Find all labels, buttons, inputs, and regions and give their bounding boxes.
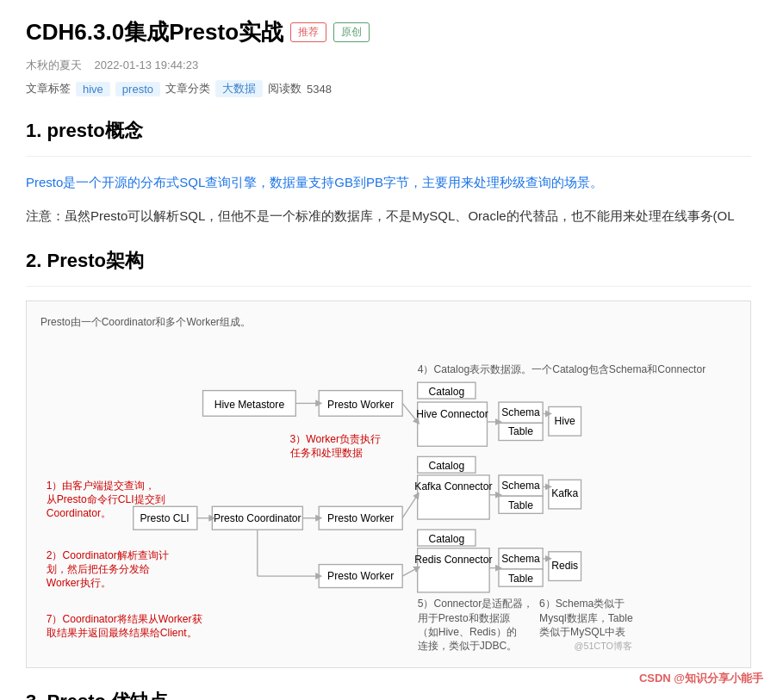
svg-text:Table: Table [508,425,533,437]
svg-text:Presto CLI: Presto CLI [140,512,189,524]
read-count: 5348 [307,83,332,96]
tag-presto[interactable]: presto [115,82,160,96]
svg-text:7）Coordinator将结果从Worker获: 7）Coordinator将结果从Worker获 [47,613,202,625]
title-row: CDH6.3.0集成Presto实战 推荐 原创 [26,17,751,47]
svg-text:2）Coordinator解析查询计: 2）Coordinator解析查询计 [47,549,169,561]
svg-text:Presto Coordinator: Presto Coordinator [214,512,301,524]
arch-caption: Presto由一个Coordinator和多个Worker组成。 [40,315,737,330]
svg-text:划，然后把任务分发给: 划，然后把任务分发给 [47,563,150,575]
svg-text:Hive Metastore: Hive Metastore [214,399,285,411]
svg-text:Schema: Schema [501,480,540,492]
svg-text:Schema: Schema [501,406,540,418]
arch-diagram: Presto由一个Coordinator和多个Worker组成。 1）由客户端提… [26,300,751,668]
meta-row: 木秋的夏天 2022-01-13 19:44:23 [26,58,751,73]
badge-original: 原创 [333,22,370,42]
paragraph1: Presto是一个开源的分布式SQL查询引擎，数据量支持GB到PB字节，主要用来… [26,170,751,194]
svg-text:Hive Connector: Hive Connector [416,408,488,420]
divider2 [26,286,751,287]
svg-text:用于Presto和数据源: 用于Presto和数据源 [418,612,510,624]
section3-title: 3. Presto 优缺点 [26,689,751,700]
section1-title: 1. presto概念 [26,118,751,144]
tag-label: 文章标签 [26,81,71,96]
svg-text:5）Connector是适配器，: 5）Connector是适配器， [418,598,534,610]
svg-text:连接，类似于JDBC。: 连接，类似于JDBC。 [418,640,518,652]
svg-text:3）Worker负责执行: 3）Worker负责执行 [290,433,382,445]
datetime: 2022-01-13 19:44:23 [94,59,198,71]
svg-text:Schema: Schema [501,553,540,565]
svg-text:6）Schema类似于: 6）Schema类似于 [539,598,625,610]
divider1 [26,156,751,157]
svg-text:类似于MySQL中表: 类似于MySQL中表 [539,626,625,638]
svg-text:Redis Connector: Redis Connector [414,554,492,566]
svg-text:（如Hive、Redis）的: （如Hive、Redis）的 [418,626,517,638]
tags-row: 文章标签 hive presto 文章分类 大数据 阅读数 5348 [26,80,751,97]
section2-title: 2. Presto架构 [26,248,751,274]
tag-category[interactable]: 大数据 [215,80,263,97]
paragraph2: 注意：虽然Presto可以解析SQL，但他不是一个标准的数据库，不是MySQL、… [26,204,751,227]
arch-svg: 1）由客户端提交查询， 从Presto命令行CLI提交到 Coordinator… [40,338,737,652]
svg-text:Catalog: Catalog [428,533,464,545]
svg-text:从Presto命令行CLI提交到: 从Presto命令行CLI提交到 [47,493,165,505]
svg-line-66 [402,568,418,576]
badge-recommend: 推荐 [290,22,326,42]
svg-text:Catalog: Catalog [428,460,464,472]
svg-text:Worker执行。: Worker执行。 [47,577,111,589]
read-label: 阅读数 [268,81,301,96]
svg-text:Presto Worker: Presto Worker [327,399,394,411]
author: 木秋的夏天 [26,59,82,71]
svg-text:Redis: Redis [551,560,578,572]
svg-text:Kafka Connector: Kafka Connector [414,480,492,492]
svg-text:@51CTO博客: @51CTO博客 [574,641,631,651]
category-label: 文章分类 [165,81,210,96]
svg-text:任务和处理数据: 任务和处理数据 [289,447,363,459]
svg-text:4）Catalog表示数据源。一个Catalog包含Sche: 4）Catalog表示数据源。一个Catalog包含Schema和Connect… [418,363,706,375]
svg-text:Table: Table [508,499,533,511]
svg-text:Table: Table [508,573,533,585]
svg-text:Presto Worker: Presto Worker [327,512,394,524]
watermark: CSDN @知识分享小能手 [639,671,763,686]
svg-text:1）由客户端提交查询，: 1）由客户端提交查询， [47,480,156,492]
svg-text:取结果并返回最终结果给Client。: 取结果并返回最终结果给Client。 [47,627,197,639]
tag-hive[interactable]: hive [76,82,110,96]
svg-text:Coordinator。: Coordinator。 [47,507,111,519]
svg-text:Mysql数据库，Table: Mysql数据库，Table [539,612,633,624]
svg-text:Hive: Hive [555,415,575,427]
svg-line-40 [402,403,418,422]
svg-text:Kafka: Kafka [551,487,578,499]
page-title: CDH6.3.0集成Presto实战 [26,17,283,47]
svg-line-65 [402,495,418,518]
svg-text:Catalog: Catalog [428,386,464,398]
svg-text:Presto Worker: Presto Worker [327,570,394,582]
page-container: CDH6.3.0集成Presto实战 推荐 原创 木秋的夏天 2022-01-1… [0,0,777,700]
